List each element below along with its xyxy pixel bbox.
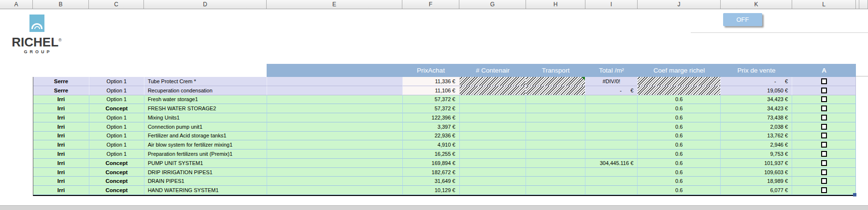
cell-desc[interactable]: Preparation fertilizers unit (Premix)1 <box>144 150 267 159</box>
cell-check[interactable] <box>792 95 856 105</box>
cell-coef[interactable]: 0.6 <box>638 140 721 150</box>
cell-transport[interactable] <box>526 86 585 95</box>
column-header-k[interactable]: K <box>721 0 792 9</box>
cell-desc[interactable]: Tube Protect Crem * <box>144 77 267 86</box>
cell-vente[interactable]: 18,989 € <box>721 177 792 186</box>
cell-opt[interactable]: Concept <box>89 168 144 177</box>
cell-vente[interactable]: 73,438 € <box>721 113 792 122</box>
cell-total[interactable]: 304,445.116 € <box>585 159 638 168</box>
cell-transport[interactable] <box>526 77 585 86</box>
cell-desc[interactable]: Air blow system for fertilizer mixing1 <box>144 140 267 150</box>
cell-cat[interactable]: Irri <box>33 122 89 132</box>
cell-prix[interactable]: 11,106 € <box>403 86 460 95</box>
cell-check[interactable] <box>792 77 856 86</box>
cell-opt[interactable]: Option 1 <box>89 122 144 132</box>
table-header-coef-marge[interactable]: Coef marge richel <box>638 64 721 77</box>
row-checkbox[interactable] <box>821 115 827 120</box>
cell-coef[interactable]: 0.6 <box>638 104 721 113</box>
cell-contenair[interactable] <box>460 77 526 86</box>
column-header-e[interactable]: E <box>267 0 402 9</box>
cell-blank[interactable] <box>267 113 403 122</box>
cell-coef[interactable] <box>638 77 721 86</box>
cell-contenair[interactable] <box>460 168 526 177</box>
cell-blank[interactable] <box>267 95 403 105</box>
table-corner-handle[interactable] <box>853 193 856 196</box>
cell-coef[interactable]: 0.6 <box>638 132 721 141</box>
cell-cat[interactable]: Irri <box>33 140 89 150</box>
cell-cat[interactable]: Irri <box>33 150 89 159</box>
cell-blank[interactable] <box>267 177 403 186</box>
cell-blank[interactable] <box>267 159 403 168</box>
cell-opt[interactable]: Option 1 <box>89 113 144 122</box>
cell-cat[interactable]: Serre <box>33 86 89 95</box>
column-header-d[interactable]: D <box>144 0 267 9</box>
cell-vente[interactable]: 34,423 € <box>721 95 792 105</box>
cell-contenair[interactable] <box>460 122 526 132</box>
cell-check[interactable] <box>792 140 856 150</box>
table-header-check[interactable]: A <box>792 64 856 77</box>
cell-vente[interactable]: 109,603 € <box>721 168 792 177</box>
cell-total[interactable] <box>585 104 638 113</box>
cell-contenair[interactable] <box>460 150 526 159</box>
cell-coef[interactable]: 0.6 <box>638 150 721 159</box>
cell-prix[interactable]: 122,396 € <box>403 113 460 122</box>
cell-transport[interactable] <box>526 150 585 159</box>
cell-transport[interactable] <box>526 177 585 186</box>
cell-coef[interactable]: 0.6 <box>638 122 721 132</box>
cell-blank[interactable] <box>267 168 403 177</box>
cell-total[interactable] <box>585 140 638 150</box>
cell-check[interactable] <box>792 168 856 177</box>
cell-opt[interactable]: Option 1 <box>89 140 144 150</box>
cell-check[interactable] <box>792 86 856 95</box>
cell-blank[interactable] <box>267 104 403 113</box>
row-checkbox[interactable] <box>821 133 827 138</box>
column-header-c[interactable]: C <box>89 0 144 9</box>
cell-cat[interactable]: Irri <box>33 177 89 186</box>
cell-vente[interactable]: 13,762 € <box>721 132 792 141</box>
cell-opt[interactable]: Option 1 <box>89 95 144 105</box>
cell-prix[interactable]: 4,910 € <box>403 140 460 150</box>
cell-coef[interactable]: 0.6 <box>638 177 721 186</box>
cell-cat[interactable]: Serre <box>33 77 89 86</box>
cell-cat[interactable]: Irri <box>33 104 89 113</box>
cell-cat[interactable]: Irri <box>33 132 89 141</box>
cell-total[interactable] <box>585 113 638 122</box>
cell-desc[interactable]: PUMP UNIT SYSTEM1 <box>144 159 267 168</box>
cell-blank[interactable] <box>267 86 403 95</box>
cell-blank[interactable] <box>267 140 403 150</box>
cell-transport[interactable] <box>526 104 585 113</box>
cell-vente[interactable]: 34,423 € <box>721 104 792 113</box>
cell-desc[interactable]: DRIP IRRIGATION PIPES1 <box>144 168 267 177</box>
cell-opt[interactable]: Option 1 <box>89 150 144 159</box>
cell-prix[interactable]: 10,129 € <box>403 186 460 195</box>
cell-opt[interactable]: Concept <box>89 159 144 168</box>
cell-prix[interactable]: 182,672 € <box>403 168 460 177</box>
row-checkbox[interactable] <box>821 151 827 157</box>
row-checkbox[interactable] <box>821 142 827 148</box>
cell-check[interactable] <box>792 186 856 195</box>
cell-transport[interactable] <box>526 113 585 122</box>
cell-desc[interactable]: Fresh water storage1 <box>144 95 267 105</box>
cell-check[interactable] <box>792 104 856 113</box>
off-toggle-button[interactable]: OFF <box>723 13 762 26</box>
cell-opt[interactable]: Concept <box>89 104 144 113</box>
cell-opt[interactable]: Option 1 <box>89 132 144 141</box>
cell-opt[interactable]: Concept <box>89 186 144 195</box>
cell-contenair[interactable] <box>460 95 526 105</box>
cell-contenair[interactable] <box>460 186 526 195</box>
cell-prix[interactable]: 16,255 € <box>403 150 460 159</box>
cell-transport[interactable] <box>526 168 585 177</box>
cell-vente[interactable]: 2,038 € <box>721 122 792 132</box>
cell-check[interactable] <box>792 113 856 122</box>
cell-coef[interactable]: 0.6 <box>638 159 721 168</box>
cell-prix[interactable]: 169,894 € <box>403 159 460 168</box>
cell-desc[interactable]: FRESH WATER STORAGE2 <box>144 104 267 113</box>
cell-contenair[interactable] <box>460 177 526 186</box>
cell-coef[interactable]: 0.6 <box>638 113 721 122</box>
table-header-prix-vente[interactable]: Prix de vente <box>721 64 792 77</box>
cell-contenair[interactable] <box>460 104 526 113</box>
cell-total[interactable]: - € <box>585 86 638 95</box>
column-header-g[interactable]: G <box>459 0 526 9</box>
cell-check[interactable] <box>792 132 856 141</box>
cell-vente[interactable]: - € <box>721 77 792 86</box>
